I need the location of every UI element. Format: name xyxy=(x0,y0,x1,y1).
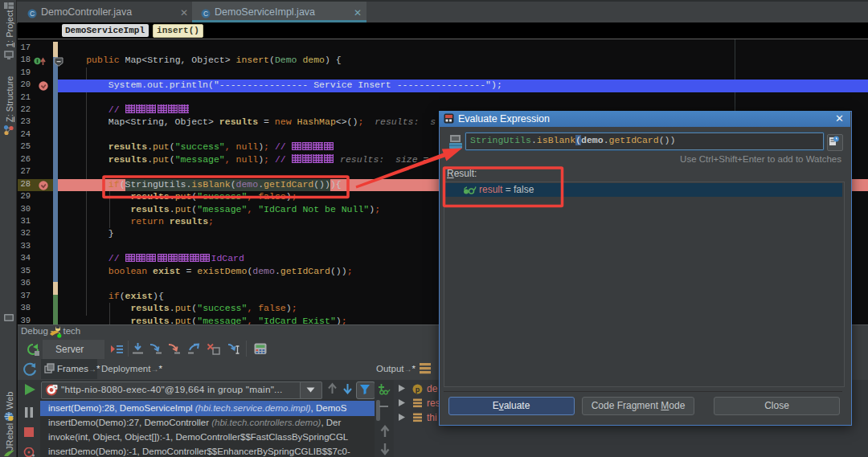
svg-text:p: p xyxy=(416,386,420,394)
svg-text:C: C xyxy=(203,10,208,18)
svg-text:C: C xyxy=(30,10,35,18)
